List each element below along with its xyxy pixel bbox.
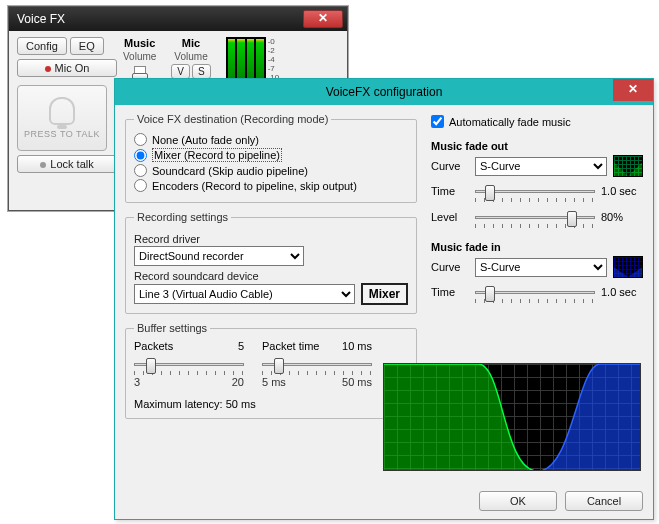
packets-max: 20 [232,376,244,388]
destination-group: Voice FX destination (Recording mode) No… [125,113,417,203]
dest-soundcard-radio[interactable] [134,164,147,177]
max-latency-label: Maximum latency: 50 ms [134,398,408,410]
fade-curve-preview [383,363,641,471]
packet-time-label: Packet time [262,340,319,352]
eq-button[interactable]: EQ [70,37,104,55]
ok-button[interactable]: OK [479,491,557,511]
fade-out-time-slider[interactable] [475,183,595,201]
dest-encoders-radio[interactable] [134,179,147,192]
config-titlebar[interactable]: VoiceFX configuration ✕ [115,79,653,105]
fade-out-time-value: 1.0 sec [601,185,643,197]
packet-time-value: 10 ms [342,340,372,352]
fade-in-curve-label: Curve [431,261,469,273]
packets-value: 5 [238,340,244,352]
fade-out-level-label: Level [431,211,469,223]
record-icon [45,66,51,72]
auto-fade-checkbox[interactable] [431,115,444,128]
record-device-label: Record soundcard device [134,270,408,282]
fade-in-time-label: Time [431,286,469,298]
cancel-button[interactable]: Cancel [565,491,643,511]
buffer-legend: Buffer settings [134,322,210,334]
dest-soundcard-label: Soundcard (Skip audio pipeline) [152,165,308,177]
auto-fade-label: Automatically fade music [449,116,571,128]
lock-talk-button[interactable]: Lock talk [17,155,117,173]
packet-time-min: 5 ms [262,376,286,388]
recording-settings-group: Recording settings Record driver DirectS… [125,211,417,314]
config-close-button[interactable]: ✕ [613,79,653,101]
mixer-button[interactable]: Mixer [361,283,408,305]
destination-legend: Voice FX destination (Recording mode) [134,113,331,125]
fade-in-section: Music fade in Curve S-Curve Time 1.0 sec [431,237,643,306]
fade-in-time-value: 1.0 sec [601,286,643,298]
music-sublabel: Volume [123,51,156,62]
record-driver-select[interactable]: DirectSound recorder [134,246,304,266]
mic-label: Mic [182,37,200,49]
packet-time-max: 50 ms [342,376,372,388]
lock-icon [40,162,46,168]
buffer-settings-group: Buffer settings Packets 5 [125,322,417,419]
packet-time-slider[interactable] [262,356,372,374]
dest-none-radio[interactable] [134,133,147,146]
fade-in-title: Music fade in [431,241,643,253]
fade-out-curve-label: Curve [431,160,469,172]
dest-mixer-label: Mixer (Record to pipeline) [152,148,282,162]
packets-label: Packets [134,340,173,352]
fade-out-level-value: 80% [601,211,643,223]
dest-none-label: None (Auto fade only) [152,134,259,146]
fade-in-curve-icon [613,256,643,278]
mic-on-label: Mic On [55,62,90,74]
voicefx-titlebar[interactable]: Voice FX ✕ [9,7,347,31]
fade-out-curve-select[interactable]: S-Curve [475,157,607,176]
microphone-icon [49,97,75,125]
fade-out-time-label: Time [431,185,469,197]
packets-min: 3 [134,376,140,388]
mic-sublabel: Volume [174,51,207,62]
record-driver-label: Record driver [134,233,408,245]
ptt-label: PRESS TO TALK [24,129,100,139]
record-device-select[interactable]: Line 3 (Virtual Audio Cable) [134,284,355,304]
voicefx-close-button[interactable]: ✕ [303,10,343,28]
dest-encoders-label: Encoders (Record to pipeline, skip outpu… [152,180,357,192]
packets-slider[interactable] [134,356,244,374]
mic-on-button[interactable]: Mic On [17,59,117,77]
config-title: VoiceFX configuration [326,85,443,99]
fade-out-section: Music fade out Curve S-Curve Time 1.0 se… [431,136,643,231]
mic-s-button[interactable]: S [192,64,211,79]
lock-talk-label: Lock talk [50,158,93,170]
mic-v-button[interactable]: V [171,64,190,79]
recording-legend: Recording settings [134,211,231,223]
press-to-talk-button[interactable]: PRESS TO TALK [17,85,107,151]
fade-in-curve-select[interactable]: S-Curve [475,258,607,277]
config-window: VoiceFX configuration ✕ Voice FX destina… [114,78,654,520]
voicefx-title: Voice FX [17,12,303,26]
fade-out-curve-icon [613,155,643,177]
fade-out-level-slider[interactable] [475,209,595,227]
music-label: Music [124,37,155,49]
config-button[interactable]: Config [17,37,67,55]
fade-out-title: Music fade out [431,140,643,152]
fade-in-time-slider[interactable] [475,284,595,302]
dest-mixer-radio[interactable] [134,149,147,162]
